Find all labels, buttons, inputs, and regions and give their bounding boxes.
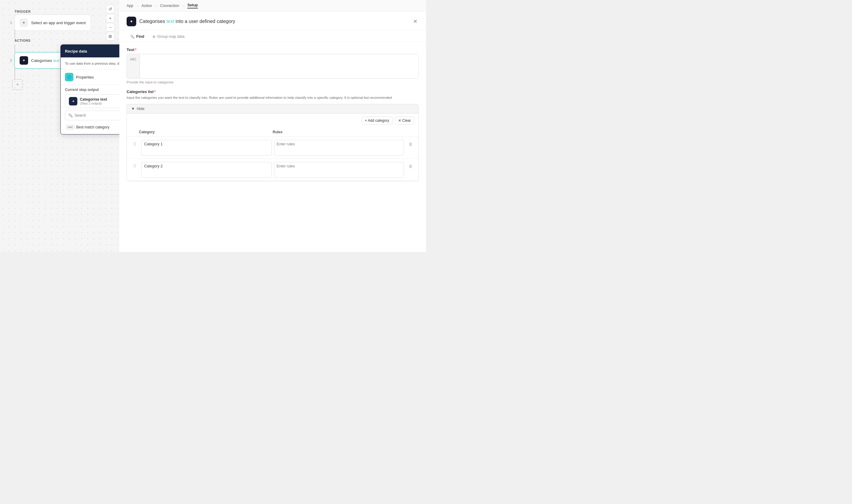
- step-2-icon: ✦: [20, 56, 28, 65]
- properties-section: 🌐 Properties ›: [61, 70, 119, 85]
- panel-header: ✦ Categorises text into a user defined c…: [119, 12, 426, 30]
- breadcrumb-arrow-3: →: [182, 4, 185, 7]
- connector-2: [15, 45, 15, 53]
- output-section-title: Current step output: [65, 88, 119, 92]
- delete-row-1-btn[interactable]: 🗑: [406, 140, 415, 146]
- canvas-fit-btn[interactable]: ⊞: [106, 32, 114, 40]
- recipe-popup: Recipe data ⇅ To use data from a previou…: [60, 44, 119, 134]
- breadcrumb-arrow-2: →: [155, 4, 158, 7]
- categories-label: Categories list*: [127, 89, 419, 94]
- step-1-text: Select an app and trigger event: [31, 20, 86, 25]
- category-row-2: ⠿ Category 2 🗑: [127, 159, 418, 181]
- delete-col-header: [406, 130, 415, 134]
- panel-title: ✦ Categorises text into a user defined c…: [127, 17, 235, 26]
- categories-actions: + Add category ✕ Clear: [127, 114, 418, 127]
- canvas-controls: ↺ + − ⊞: [106, 5, 114, 40]
- canvas-reset-btn[interactable]: ↺: [106, 5, 114, 13]
- output-title: Categorise text: [80, 97, 107, 102]
- output-sub: (Step 2 output): [80, 102, 107, 105]
- drag-handle-1[interactable]: ⠿: [130, 140, 139, 146]
- search-icon: 🔍: [68, 113, 73, 118]
- search-bar: 🔍 ▲ ▼ ✕: [65, 111, 119, 120]
- step-1-row: 1 ✦ Select an app and trigger event: [7, 15, 91, 31]
- breadcrumb-action[interactable]: Action: [141, 4, 152, 8]
- clear-btn[interactable]: ✕ Clear: [395, 116, 414, 125]
- hide-toggle[interactable]: ▼ Hide: [131, 107, 144, 111]
- output-item-info: Categorise text (Step 2 output): [80, 97, 107, 105]
- rules-input-2[interactable]: [274, 162, 404, 178]
- category-table-header: Category Rules: [127, 127, 418, 137]
- panel-title-icon: ✦: [127, 17, 136, 26]
- close-btn[interactable]: ✕: [412, 17, 419, 26]
- spacer-header: [130, 130, 139, 134]
- hide-chevron-icon: ▼: [131, 107, 135, 111]
- step-2-number: 2: [7, 58, 12, 62]
- breadcrumb-setup[interactable]: Setup: [187, 3, 198, 8]
- step-1-card[interactable]: ✦ Select an app and trigger event: [15, 15, 91, 31]
- output-icon: ✦: [69, 97, 77, 106]
- group-map-icon: ⊞: [152, 35, 155, 39]
- recipe-title: Recipe data: [65, 49, 87, 53]
- category-col-header: Category: [139, 130, 273, 134]
- category-row-1: ⠿ Category 1 🗑: [127, 137, 418, 159]
- canvas-zoom-out-btn[interactable]: −: [106, 23, 114, 32]
- category-input-2[interactable]: Category 2: [141, 162, 272, 178]
- text-field-group: Text* ABC Provide the input to categoris…: [127, 48, 419, 84]
- datapill-result-label: Best match category: [76, 125, 109, 129]
- text-field-container: ABC: [127, 54, 419, 78]
- tab-find[interactable]: 🔍 Find: [127, 33, 148, 41]
- right-panel: App → Action → Connection → Setup ✦ Cate…: [119, 0, 426, 252]
- breadcrumb-app[interactable]: App: [127, 4, 133, 8]
- add-step-container: +: [12, 79, 23, 90]
- categories-required-dot: *: [155, 89, 156, 94]
- text-field-hint: Provide the input to categorise: [127, 80, 419, 84]
- category-input-1[interactable]: Category 1: [141, 140, 272, 156]
- add-category-btn[interactable]: + Add category: [362, 116, 393, 125]
- tab-group-map[interactable]: ⊞ Group map data: [149, 33, 188, 41]
- categories-section: Categories list* Input the categories yo…: [127, 89, 419, 181]
- breadcrumb-connection[interactable]: Connection: [160, 4, 179, 8]
- properties-title: Properties: [76, 75, 119, 79]
- step-1-icon: ✦: [20, 18, 28, 27]
- output-section: Current step output ✦ Categorise text (S…: [61, 85, 119, 134]
- drag-handle-2[interactable]: ⠿: [130, 162, 139, 168]
- datapill-type-icon: ABC: [66, 125, 75, 129]
- hide-label: Hide: [137, 107, 144, 111]
- datapill-result[interactable]: ABC Best match category: [65, 123, 119, 131]
- find-icon: 🔍: [130, 35, 134, 39]
- panel-tabs: 🔍 Find ⊞ Group map data: [119, 30, 426, 41]
- properties-header[interactable]: 🌐 Properties ›: [65, 73, 119, 81]
- categories-desc: Input the categories you want the text t…: [127, 95, 419, 100]
- properties-icon: 🌐: [65, 73, 73, 81]
- trigger-label: TRIGGER: [15, 10, 31, 13]
- output-item-left: ✦ Categorise text (Step 2 output): [69, 97, 107, 106]
- text-field-sidebar-label: ABC: [127, 54, 140, 78]
- rules-input-1[interactable]: [274, 140, 404, 156]
- output-item[interactable]: ✦ Categorise text (Step 2 output) ⌄: [65, 94, 119, 108]
- categories-header: ▼ Hide: [127, 104, 418, 114]
- canvas-panel: ↺ + − ⊞ TRIGGER 1 ✦ Select an app and tr…: [0, 0, 119, 252]
- connector-1: [15, 30, 15, 39]
- breadcrumb-arrow-1: →: [135, 4, 139, 7]
- text-field-input[interactable]: [140, 54, 418, 78]
- connector-3: [15, 68, 15, 80]
- actions-label: ACTIONS: [15, 39, 31, 42]
- recipe-header: Recipe data ⇅: [61, 45, 119, 57]
- step-1-number: 1: [7, 20, 12, 25]
- categories-box: ▼ Hide + Add category ✕ Clear Category R…: [127, 104, 419, 181]
- recipe-intro: To use data from a previous step, drag i…: [61, 57, 119, 70]
- add-step-btn[interactable]: +: [12, 79, 23, 90]
- canvas-zoom-in-btn[interactable]: +: [106, 14, 114, 22]
- search-input[interactable]: [75, 113, 119, 118]
- delete-row-2-btn[interactable]: 🗑: [406, 162, 415, 168]
- panel-content: Text* ABC Provide the input to categoris…: [119, 41, 426, 252]
- text-field-label: Text*: [127, 48, 419, 52]
- text-required-dot: *: [135, 48, 137, 52]
- rules-col-header: Rules: [273, 130, 407, 134]
- panel-title-text: Categorises text into a user defined cat…: [139, 19, 235, 24]
- breadcrumb-bar: App → Action → Connection → Setup: [119, 0, 426, 12]
